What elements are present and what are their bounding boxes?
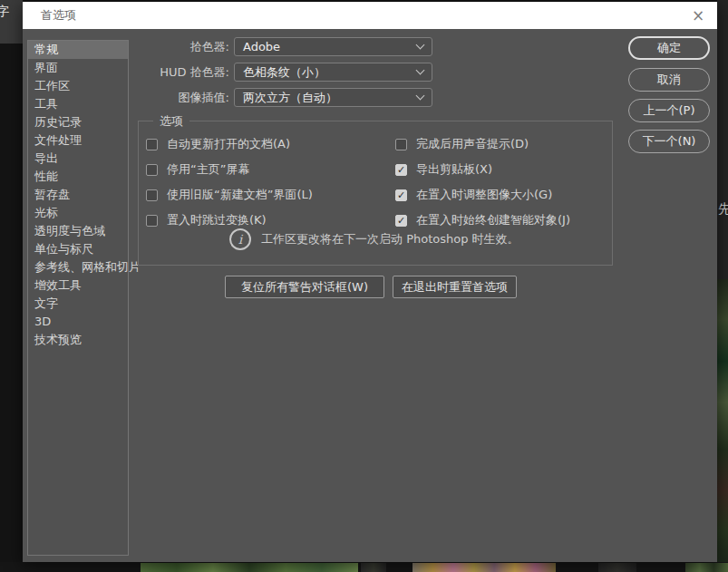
options-group-legend: 选项 [153, 113, 189, 130]
chevron-down-icon [416, 41, 425, 50]
option-row: ✓ 自动更新打开的文档(A) [146, 131, 313, 157]
checkbox-disable-home-screen[interactable]: ✓ [146, 164, 158, 176]
image-interpolation-select[interactable]: 两次立方（自动） [234, 88, 432, 107]
checkbox-always-create-smart-objects[interactable]: ✓ [395, 215, 407, 227]
image-interpolation-label: 图像插值: [23, 90, 229, 106]
option-label: 导出剪贴板(X) [416, 161, 492, 178]
check-icon: ✓ [397, 165, 405, 175]
background-app-fragment-top-left: 字 [0, 0, 23, 44]
next-button[interactable]: 下一个(N) [628, 130, 710, 153]
sidebar-item-plugins[interactable]: 增效工具 [28, 276, 128, 295]
close-icon[interactable]: × [684, 2, 712, 29]
ok-button[interactable]: 确定 [628, 36, 710, 60]
option-row: ✓ 完成后用声音提示(D) [395, 131, 570, 157]
sidebar-item-technology-previews[interactable]: 技术预览 [28, 331, 128, 349]
sidebar-item-file-handling[interactable]: 文件处理 [28, 131, 128, 150]
check-icon: ✓ [397, 190, 405, 200]
checkbox-auto-update-open-documents[interactable]: ✓ [146, 139, 158, 150]
chevron-down-icon [416, 92, 425, 101]
option-label: 在置入时始终创建智能对象(J) [416, 212, 570, 228]
info-icon: i [229, 228, 251, 250]
option-label: 停用“主页”屏幕 [167, 161, 249, 178]
preferences-dialog: 首选项 × 常规 界面 工作区 工具 历史记录 文件处理 导出 性能 暂存盘 光… [23, 2, 717, 562]
background-partial-text: 先 [718, 201, 728, 218]
option-label: 在置入时调整图像大小(G) [416, 187, 552, 203]
sidebar-item-cursors[interactable]: 光标 [28, 204, 128, 222]
checkbox-export-clipboard[interactable]: ✓ [395, 164, 407, 176]
color-picker-label: 拾色器: [23, 39, 229, 55]
background-photo-thumbnail [413, 563, 556, 572]
dialog-titlebar: 首选项 × [23, 2, 717, 29]
sidebar-item-guides-grid-slices[interactable]: 参考线、网格和切片 [28, 258, 128, 276]
reset-preferences-on-quit-button[interactable]: 在退出时重置首选项 [393, 276, 517, 298]
image-interpolation-row: 图像插值: 两次立方（自动） [23, 88, 432, 107]
screen: 字 先 首选项 × 常规 界面 工作区 工具 历史记录 文件处理 导出 性能 暂… [0, 0, 728, 572]
checkbox-resize-image-during-place[interactable]: ✓ [395, 189, 407, 201]
sidebar-item-3d[interactable]: 3D [28, 313, 128, 331]
cancel-button[interactable]: 取消 [628, 68, 710, 92]
reset-all-warning-dialogs-button[interactable]: 复位所有警告对话框(W) [225, 276, 384, 298]
hud-color-picker-select[interactable]: 色相条纹（小） [234, 63, 432, 82]
background-photo-thumbnail [598, 563, 636, 572]
option-label: 完成后用声音提示(D) [416, 136, 529, 152]
background-photo-thumbnail [141, 563, 358, 572]
hud-color-picker-value: 色相条纹（小） [243, 64, 325, 81]
preferences-category-list: 常规 界面 工作区 工具 历史记录 文件处理 导出 性能 暂存盘 光标 透明度与… [27, 40, 129, 556]
prev-button[interactable]: 上一个(P) [628, 99, 710, 122]
color-picker-select[interactable]: Adobe [234, 37, 432, 56]
field-rows: 拾色器: Adobe HUD 拾色器: 色相条纹（小） 图像插值: [23, 37, 432, 113]
option-label: 自动更新打开的文档(A) [167, 136, 290, 152]
checkbox-legacy-new-document[interactable]: ✓ [146, 189, 158, 201]
hud-color-picker-label: HUD 拾色器: [23, 64, 229, 81]
image-interpolation-value: 两次立方（自动） [243, 90, 337, 106]
option-row: ✓ 导出剪贴板(X) [395, 157, 570, 182]
options-group: 选项 ✓ 自动更新打开的文档(A) ✓ 停用“主页”屏幕 ✓ 使用旧版“新建文档… [138, 121, 613, 266]
dialog-title: 首选项 [41, 7, 76, 24]
sidebar-item-transparency-gamut[interactable]: 透明度与色域 [28, 222, 128, 240]
sidebar-item-history-log[interactable]: 历史记录 [28, 113, 128, 131]
color-picker-value: Adobe [243, 40, 280, 53]
color-picker-row: 拾色器: Adobe [23, 37, 432, 56]
background-photo-thumbnail [685, 563, 728, 572]
check-icon: ✓ [397, 216, 405, 226]
option-label: 使用旧版“新建文档”界面(L) [167, 187, 313, 203]
option-row: ✓ 使用旧版“新建文档”界面(L) [146, 182, 313, 208]
workspace-restart-notice: i 工作区更改将在下一次启动 Photoshop 时生效。 [229, 228, 519, 250]
option-row: ✓ 停用“主页”屏幕 [146, 157, 313, 182]
chevron-down-icon [416, 66, 425, 75]
option-row: ✓ 在置入时调整图像大小(G) [395, 182, 570, 208]
option-label: 置入时跳过变换(K) [167, 212, 267, 228]
sidebar-item-scratch-disks[interactable]: 暂存盘 [28, 186, 128, 204]
options-column-left: ✓ 自动更新打开的文档(A) ✓ 停用“主页”屏幕 ✓ 使用旧版“新建文档”界面… [146, 131, 313, 233]
background-photo-thumbnail [361, 563, 386, 572]
hud-color-picker-row: HUD 拾色器: 色相条纹（小） [23, 63, 432, 82]
info-text: 工作区更改将在下一次启动 Photoshop 时生效。 [261, 231, 519, 247]
checkbox-skip-transform-when-placing[interactable]: ✓ [146, 215, 158, 227]
checkbox-beep-when-done[interactable]: ✓ [395, 139, 407, 150]
sidebar-item-export[interactable]: 导出 [28, 150, 128, 168]
sidebar-item-performance[interactable]: 性能 [28, 168, 128, 186]
sidebar-item-type[interactable]: 文字 [28, 295, 128, 313]
options-column-right: ✓ 完成后用声音提示(D) ✓ 导出剪贴板(X) ✓ 在置入时调整图像大小(G)… [395, 131, 570, 233]
background-partial-text: 字 [0, 4, 9, 20]
background-photo-sliver [716, 279, 728, 572]
sidebar-item-units-rulers[interactable]: 单位与标尺 [28, 240, 128, 258]
dialog-body: 常规 界面 工作区 工具 历史记录 文件处理 导出 性能 暂存盘 光标 透明度与… [23, 29, 717, 562]
